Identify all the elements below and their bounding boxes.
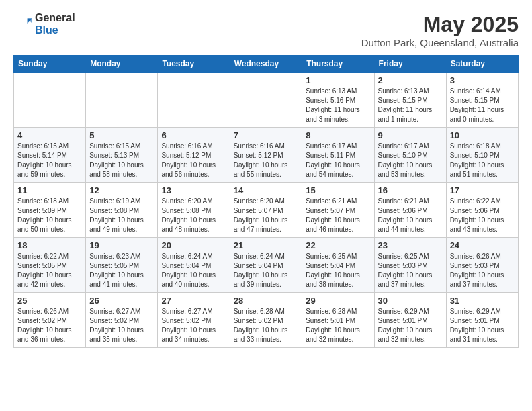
cell-info: Sunrise: 6:29 AM Sunset: 5:01 PM Dayligh… <box>378 307 443 345</box>
cell-info: Sunrise: 6:28 AM Sunset: 5:02 PM Dayligh… <box>234 307 299 345</box>
date-number: 8 <box>306 130 370 140</box>
calendar-cell-r1-c4 <box>230 73 302 128</box>
date-number: 1 <box>306 75 370 85</box>
cell-info: Sunrise: 6:23 AM Sunset: 5:05 PM Dayligh… <box>89 252 154 289</box>
date-number: 23 <box>378 240 443 250</box>
date-number: 28 <box>234 295 299 306</box>
calendar-cell-r5-c3: 27Sunrise: 6:27 AM Sunset: 5:02 PM Dayli… <box>158 293 230 348</box>
cell-info: Sunrise: 6:20 AM Sunset: 5:08 PM Dayligh… <box>161 197 226 234</box>
cell-info: Sunrise: 6:14 AM Sunset: 5:15 PM Dayligh… <box>450 87 515 124</box>
calendar-cell-r2-c4: 7Sunrise: 6:16 AM Sunset: 5:12 PM Daylig… <box>230 128 302 183</box>
calendar-cell-r2-c5: 8Sunrise: 6:17 AM Sunset: 5:11 PM Daylig… <box>302 128 374 183</box>
calendar-cell-r4-c4: 21Sunrise: 6:24 AM Sunset: 5:04 PM Dayli… <box>230 238 302 293</box>
calendar-cell-r4-c2: 19Sunrise: 6:23 AM Sunset: 5:05 PM Dayli… <box>86 238 158 293</box>
date-number: 15 <box>306 185 370 195</box>
date-number: 26 <box>89 295 154 306</box>
header: General Blue May 2025 Dutton Park, Queen… <box>13 12 519 48</box>
header-saturday: Saturday <box>446 56 518 73</box>
calendar-cell-r5-c6: 30Sunrise: 6:29 AM Sunset: 5:01 PM Dayli… <box>374 293 446 348</box>
cell-info: Sunrise: 6:13 AM Sunset: 5:16 PM Dayligh… <box>306 87 370 124</box>
date-number: 13 <box>161 185 226 195</box>
date-number: 19 <box>89 240 154 250</box>
cell-info: Sunrise: 6:26 AM Sunset: 5:03 PM Dayligh… <box>450 252 515 289</box>
calendar-cell-r3-c7: 17Sunrise: 6:22 AM Sunset: 5:06 PM Dayli… <box>446 183 518 238</box>
cell-info: Sunrise: 6:18 AM Sunset: 5:09 PM Dayligh… <box>17 197 82 234</box>
header-thursday: Thursday <box>302 56 374 73</box>
date-number: 30 <box>378 295 443 306</box>
header-monday: Monday <box>86 56 158 73</box>
date-number: 31 <box>450 295 515 306</box>
cell-info: Sunrise: 6:13 AM Sunset: 5:15 PM Dayligh… <box>378 87 443 124</box>
date-number: 24 <box>450 240 515 250</box>
calendar-cell-r5-c5: 29Sunrise: 6:28 AM Sunset: 5:01 PM Dayli… <box>302 293 374 348</box>
cell-info: Sunrise: 6:17 AM Sunset: 5:11 PM Dayligh… <box>306 142 370 179</box>
calendar-cell-r4-c5: 22Sunrise: 6:25 AM Sunset: 5:04 PM Dayli… <box>302 238 374 293</box>
cell-info: Sunrise: 6:25 AM Sunset: 5:04 PM Dayligh… <box>306 252 370 289</box>
calendar-row-3: 11Sunrise: 6:18 AM Sunset: 5:09 PM Dayli… <box>14 183 519 238</box>
date-number: 25 <box>17 295 82 306</box>
cell-info: Sunrise: 6:24 AM Sunset: 5:04 PM Dayligh… <box>234 252 299 289</box>
logo-text: General Blue <box>35 12 75 36</box>
calendar-cell-r3-c2: 12Sunrise: 6:19 AM Sunset: 5:08 PM Dayli… <box>86 183 158 238</box>
date-number: 17 <box>450 185 515 195</box>
calendar-cell-r5-c4: 28Sunrise: 6:28 AM Sunset: 5:02 PM Dayli… <box>230 293 302 348</box>
calendar-cell-r2-c1: 4Sunrise: 6:15 AM Sunset: 5:14 PM Daylig… <box>14 128 86 183</box>
cell-info: Sunrise: 6:21 AM Sunset: 5:07 PM Dayligh… <box>306 197 370 234</box>
calendar-cell-r1-c2 <box>86 73 158 128</box>
calendar-cell-r3-c3: 13Sunrise: 6:20 AM Sunset: 5:08 PM Dayli… <box>158 183 230 238</box>
logo-blue-text: Blue <box>35 24 75 36</box>
cell-info: Sunrise: 6:20 AM Sunset: 5:07 PM Dayligh… <box>234 197 299 234</box>
logo-icon <box>13 15 32 34</box>
date-number: 2 <box>378 75 443 85</box>
cell-info: Sunrise: 6:15 AM Sunset: 5:13 PM Dayligh… <box>89 142 154 179</box>
header-friday: Friday <box>374 56 446 73</box>
date-number: 29 <box>306 295 370 306</box>
calendar-cell-r4-c1: 18Sunrise: 6:22 AM Sunset: 5:05 PM Dayli… <box>14 238 86 293</box>
calendar-cell-r1-c1 <box>14 73 86 128</box>
date-number: 16 <box>378 185 443 195</box>
header-wednesday: Wednesday <box>230 56 302 73</box>
calendar-cell-r2-c7: 10Sunrise: 6:18 AM Sunset: 5:10 PM Dayli… <box>446 128 518 183</box>
date-number: 5 <box>89 130 154 140</box>
calendar-cell-r2-c2: 5Sunrise: 6:15 AM Sunset: 5:13 PM Daylig… <box>86 128 158 183</box>
calendar-cell-r4-c6: 23Sunrise: 6:25 AM Sunset: 5:03 PM Dayli… <box>374 238 446 293</box>
date-number: 9 <box>378 130 443 140</box>
logo: General Blue <box>13 12 75 36</box>
cell-info: Sunrise: 6:29 AM Sunset: 5:01 PM Dayligh… <box>450 307 515 345</box>
header-sunday: Sunday <box>14 56 86 73</box>
date-number: 7 <box>234 130 299 140</box>
title-block: May 2025 Dutton Park, Queensland, Austra… <box>361 12 519 48</box>
calendar-cell-r1-c3 <box>158 73 230 128</box>
calendar-cell-r3-c5: 15Sunrise: 6:21 AM Sunset: 5:07 PM Dayli… <box>302 183 374 238</box>
cell-info: Sunrise: 6:27 AM Sunset: 5:02 PM Dayligh… <box>89 307 154 345</box>
calendar-cell-r5-c7: 31Sunrise: 6:29 AM Sunset: 5:01 PM Dayli… <box>446 293 518 348</box>
date-number: 3 <box>450 75 515 85</box>
calendar-cell-r2-c3: 6Sunrise: 6:16 AM Sunset: 5:12 PM Daylig… <box>158 128 230 183</box>
weekday-header-row: Sunday Monday Tuesday Wednesday Thursday… <box>14 56 519 73</box>
calendar-row-4: 18Sunrise: 6:22 AM Sunset: 5:05 PM Dayli… <box>14 238 519 293</box>
date-number: 10 <box>450 130 515 140</box>
cell-info: Sunrise: 6:21 AM Sunset: 5:06 PM Dayligh… <box>378 197 443 234</box>
date-number: 27 <box>161 295 226 306</box>
cell-info: Sunrise: 6:16 AM Sunset: 5:12 PM Dayligh… <box>161 142 226 179</box>
cell-info: Sunrise: 6:24 AM Sunset: 5:04 PM Dayligh… <box>161 252 226 289</box>
cell-info: Sunrise: 6:27 AM Sunset: 5:02 PM Dayligh… <box>161 307 226 345</box>
calendar-cell-r1-c5: 1Sunrise: 6:13 AM Sunset: 5:16 PM Daylig… <box>302 73 374 128</box>
calendar-cell-r4-c3: 20Sunrise: 6:24 AM Sunset: 5:04 PM Dayli… <box>158 238 230 293</box>
calendar-cell-r5-c2: 26Sunrise: 6:27 AM Sunset: 5:02 PM Dayli… <box>86 293 158 348</box>
calendar-row-1: 1Sunrise: 6:13 AM Sunset: 5:16 PM Daylig… <box>14 73 519 128</box>
cell-info: Sunrise: 6:18 AM Sunset: 5:10 PM Dayligh… <box>450 142 515 179</box>
cell-info: Sunrise: 6:22 AM Sunset: 5:05 PM Dayligh… <box>17 252 82 289</box>
cell-info: Sunrise: 6:19 AM Sunset: 5:08 PM Dayligh… <box>89 197 154 234</box>
date-number: 6 <box>161 130 226 140</box>
date-number: 12 <box>89 185 154 195</box>
calendar-cell-r3-c1: 11Sunrise: 6:18 AM Sunset: 5:09 PM Dayli… <box>14 183 86 238</box>
cell-info: Sunrise: 6:25 AM Sunset: 5:03 PM Dayligh… <box>378 252 443 289</box>
date-number: 11 <box>17 185 82 195</box>
cell-info: Sunrise: 6:15 AM Sunset: 5:14 PM Dayligh… <box>17 142 82 179</box>
calendar-cell-r1-c7: 3Sunrise: 6:14 AM Sunset: 5:15 PM Daylig… <box>446 73 518 128</box>
date-number: 4 <box>17 130 82 140</box>
date-number: 22 <box>306 240 370 250</box>
calendar-cell-r2-c6: 9Sunrise: 6:17 AM Sunset: 5:10 PM Daylig… <box>374 128 446 183</box>
page: General Blue May 2025 Dutton Park, Queen… <box>0 0 532 360</box>
